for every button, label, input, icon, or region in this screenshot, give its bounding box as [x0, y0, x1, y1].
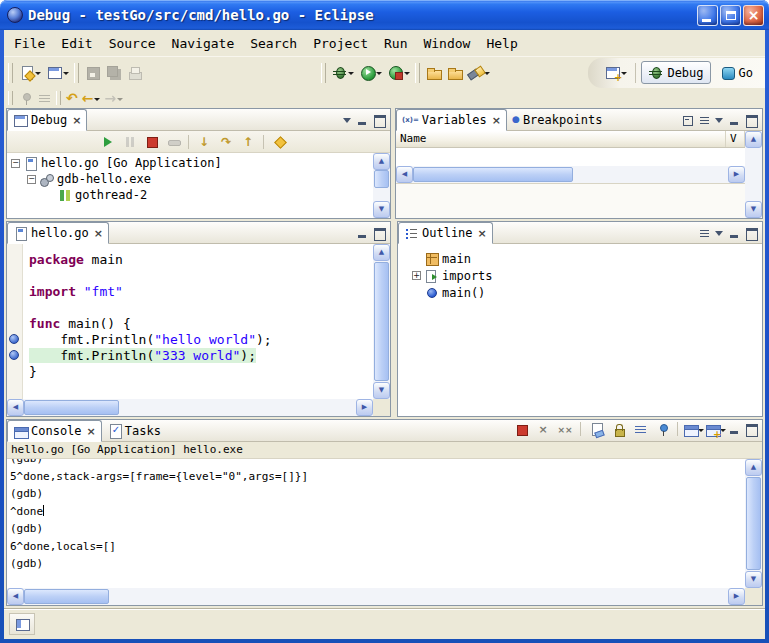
step-into-button[interactable]: ↓ — [194, 133, 214, 151]
scrollbar-thumb[interactable] — [413, 167, 573, 182]
menu-search[interactable]: Search — [242, 32, 305, 55]
close-tab-icon[interactable]: × — [92, 228, 103, 239]
forward-button[interactable]: → — [102, 89, 125, 107]
step-return-button[interactable]: ↑ — [238, 133, 258, 151]
search-button[interactable] — [465, 60, 493, 86]
step-over-button[interactable]: ↷ — [216, 133, 236, 151]
external-tools-button[interactable] — [385, 60, 413, 86]
menu-edit[interactable]: Edit — [53, 32, 100, 55]
scrollbar-track[interactable] — [24, 399, 356, 416]
new-window-button[interactable] — [44, 60, 72, 86]
show-logical-structure-icon[interactable] — [680, 113, 695, 127]
tree-item-process[interactable]: − gdb-hello.exe — [7, 171, 373, 187]
scroll-down-icon[interactable]: ▼ — [745, 571, 762, 588]
outline-item-package[interactable]: main — [412, 250, 762, 267]
scroll-up-icon[interactable]: ▲ — [373, 153, 390, 170]
terminate-button[interactable] — [141, 133, 161, 151]
tab-debug[interactable]: Debug × — [7, 109, 87, 131]
scrollbar-thumb[interactable] — [24, 400, 119, 415]
link-editor-button[interactable] — [35, 89, 54, 107]
scroll-down-icon[interactable]: ▼ — [745, 201, 762, 218]
maximize-view-icon[interactable] — [372, 113, 387, 127]
scrollbar-thumb[interactable] — [746, 477, 761, 570]
last-edit-button[interactable]: ↶ — [64, 89, 80, 107]
menu-source[interactable]: Source — [101, 32, 164, 55]
disconnect-button[interactable] — [163, 133, 183, 151]
variables-horizontal-scrollbar[interactable]: ◀ ▶ — [396, 166, 745, 183]
scrollbar-track[interactable] — [413, 166, 728, 183]
console-horizontal-scrollbar[interactable]: ◀ ▶ — [7, 588, 745, 605]
open-perspective-button[interactable]: + — [602, 60, 630, 86]
editor-ruler[interactable] — [7, 244, 23, 399]
fast-view-button[interactable] — [9, 613, 35, 635]
maximize-view-icon[interactable] — [744, 226, 759, 240]
breakpoint-marker-icon[interactable] — [9, 334, 19, 344]
scroll-left-icon[interactable]: ◀ — [396, 166, 413, 183]
toolbar-grip[interactable] — [8, 91, 13, 105]
close-tab-icon[interactable]: × — [490, 115, 501, 126]
tab-tasks[interactable]: ✓ Tasks — [102, 420, 166, 441]
scrollbar-track[interactable] — [24, 588, 728, 605]
scroll-left-icon[interactable]: ◀ — [7, 588, 24, 605]
word-wrap-button[interactable] — [630, 420, 650, 438]
tab-outline[interactable]: Outline × — [398, 222, 493, 244]
maximize-view-icon[interactable] — [744, 422, 759, 436]
import-button[interactable] — [444, 60, 465, 86]
minimize-button[interactable] — [697, 5, 718, 26]
open-resource-button[interactable] — [423, 60, 444, 86]
remove-all-launches-button[interactable]: ×× — [555, 420, 575, 438]
toolbar-grip[interactable] — [56, 91, 61, 105]
display-console-button[interactable] — [683, 420, 703, 438]
menu-file[interactable]: File — [6, 32, 53, 55]
menu-navigate[interactable]: Navigate — [164, 32, 243, 55]
new-button[interactable] — [16, 60, 44, 86]
variables-list[interactable] — [396, 148, 745, 166]
scroll-right-icon[interactable]: ▶ — [356, 399, 373, 416]
scroll-right-icon[interactable]: ▶ — [728, 166, 745, 183]
scrollbar-track[interactable] — [745, 148, 762, 201]
debug-vertical-scrollbar[interactable]: ▲ ▼ — [373, 153, 390, 218]
suspend-button[interactable] — [119, 133, 139, 151]
scroll-up-icon[interactable]: ▲ — [745, 131, 762, 148]
pin-console-button[interactable] — [652, 420, 672, 438]
view-menu-icon[interactable] — [342, 113, 353, 127]
tree-item-launch[interactable]: − hello.go [Go Application] — [7, 155, 373, 171]
variables-vertical-scrollbar[interactable]: ▲ ▼ — [745, 131, 762, 218]
menu-run[interactable]: Run — [376, 32, 415, 55]
scrollbar-thumb[interactable] — [374, 170, 389, 188]
save-all-button[interactable] — [103, 60, 124, 86]
toolbar-grip[interactable] — [8, 63, 13, 83]
pin-editor-button[interactable] — [16, 89, 35, 107]
close-tab-icon[interactable]: × — [476, 228, 487, 239]
scrollbar-thumb[interactable] — [374, 262, 389, 381]
scrollbar-track[interactable] — [373, 261, 390, 382]
variables-detail-pane[interactable] — [396, 183, 745, 218]
toolbar-grip[interactable] — [321, 63, 326, 83]
scrollbar-thumb[interactable] — [24, 589, 109, 604]
outline-item-main-function[interactable]: main() — [412, 284, 762, 301]
toolbar-grip[interactable] — [415, 63, 420, 83]
debug-perspective-button[interactable]: Debug — [641, 61, 710, 84]
collapse-all-icon[interactable] — [697, 113, 712, 127]
name-column-header[interactable]: Name — [396, 131, 726, 147]
close-tab-icon[interactable]: × — [85, 426, 96, 437]
remove-launch-button[interactable]: × — [533, 420, 553, 438]
titlebar[interactable]: Debug - testGo/src/cmd/hello.go - Eclips… — [0, 0, 769, 30]
print-button[interactable] — [124, 60, 145, 86]
scroll-up-icon[interactable]: ▲ — [373, 244, 390, 261]
minimize-view-icon[interactable] — [727, 113, 742, 127]
view-menu-icon[interactable] — [714, 113, 725, 127]
scrollbar-track[interactable] — [373, 170, 390, 201]
code-editor[interactable]: package main import "fmt" func main() { … — [23, 244, 373, 399]
scroll-left-icon[interactable]: ◀ — [7, 399, 24, 416]
minimize-view-icon[interactable] — [355, 226, 370, 240]
outline-item-imports[interactable]: + imports — [412, 267, 762, 284]
close-button[interactable]: × — [743, 5, 764, 26]
scroll-up-icon[interactable]: ▲ — [745, 459, 762, 476]
collapse-expander-icon[interactable]: − — [11, 159, 20, 168]
minimize-view-icon[interactable] — [727, 226, 742, 240]
tab-console[interactable]: Console × — [7, 420, 102, 442]
close-tab-icon[interactable]: × — [70, 115, 81, 126]
tab-variables[interactable]: (x)= Variables × — [396, 109, 507, 131]
go-perspective-button[interactable]: Go — [714, 62, 759, 83]
